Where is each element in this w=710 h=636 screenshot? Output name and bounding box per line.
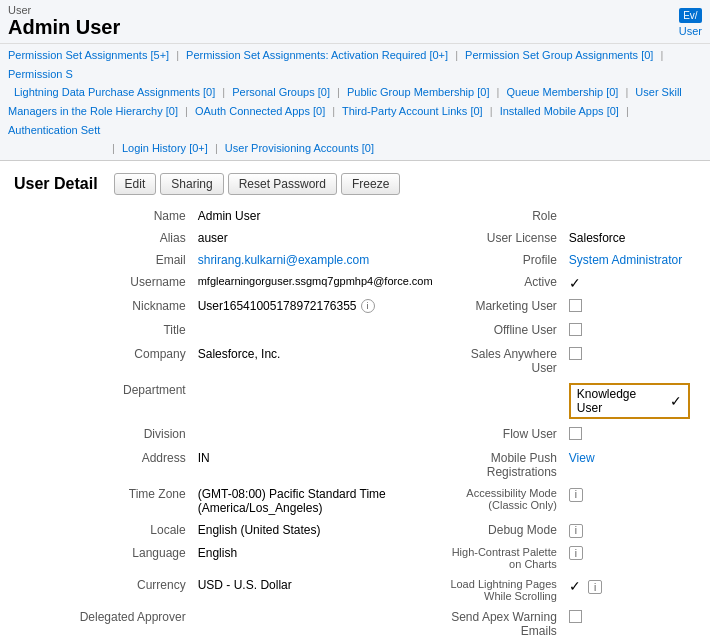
nav-psg-assignments[interactable]: Permission Set Group Assignments [0] — [465, 49, 653, 61]
nav-permission-set-assignments[interactable]: Permission Set Assignments [5+] — [8, 49, 169, 61]
knowledge-user-highlight: Knowledge User ✓ — [569, 383, 690, 419]
debug-info-icon[interactable]: i — [569, 524, 583, 538]
locale-label: Locale — [14, 519, 192, 542]
language-value: English — [192, 542, 439, 574]
nav-third-party[interactable]: Third-Party Account Links [0] — [342, 105, 483, 117]
language-label: Language — [14, 542, 192, 574]
table-row: Address IN Mobile Push Registrations Vie… — [14, 447, 696, 483]
alias-value: auser — [192, 227, 439, 249]
debug-value: i — [563, 519, 696, 542]
sales-anywhere-label: Sales Anywhere User — [439, 343, 563, 379]
knowledge-user-value: Knowledge User ✓ — [563, 379, 696, 423]
alias-label: Alias — [14, 227, 192, 249]
detail-table: Name Admin User Role Alias auser User Li… — [14, 205, 696, 636]
mobile-push-value: View — [563, 447, 696, 483]
title-label: Title — [14, 319, 192, 343]
send-apex-label: Send Apex Warning Emails — [439, 606, 563, 636]
company-value: Salesforce, Inc. — [192, 343, 439, 379]
role-value — [563, 205, 696, 227]
nav-permission-s[interactable]: Permission S — [8, 68, 73, 80]
freeze-button[interactable]: Freeze — [341, 173, 400, 195]
sharing-button[interactable]: Sharing — [160, 173, 223, 195]
user-license-value: Salesforce — [563, 227, 696, 249]
nav-login-history[interactable]: Login History [0+] — [122, 142, 208, 154]
username-value: mfglearningorguser.ssgmq7gpmhp4@force.co… — [192, 271, 439, 295]
marketing-user-value — [563, 295, 696, 319]
user-license-label: User License — [439, 227, 563, 249]
nav-psa-activation[interactable]: Permission Set Assignments: Activation R… — [186, 49, 448, 61]
active-value: ✓ — [563, 271, 696, 295]
section-title: User Detail — [14, 175, 98, 193]
email-label: Email — [14, 249, 192, 271]
marketing-user-checkbox — [569, 299, 582, 312]
main-content: User Detail Edit Sharing Reset Password … — [0, 161, 710, 636]
active-label: Active — [439, 271, 563, 295]
nav-user-skill[interactable]: User Skill — [635, 86, 681, 98]
title-value — [192, 319, 439, 343]
knowledge-user-text: Knowledge User — [577, 387, 664, 415]
offline-user-checkbox — [569, 323, 582, 336]
address-value: IN — [192, 447, 439, 483]
table-row: Alias auser User License Salesforce — [14, 227, 696, 249]
nav-auth-sett[interactable]: Authentication Sett — [8, 124, 100, 136]
nav-lightning-data[interactable]: Lightning Data Purchase Assignments [0] — [14, 86, 215, 98]
offline-user-label: Offline User — [439, 319, 563, 343]
email-value: shrirang.kulkarni@example.com — [192, 249, 439, 271]
nav-oauth[interactable]: OAuth Connected Apps [0] — [195, 105, 325, 117]
currency-value: USD - U.S. Dollar — [192, 574, 439, 606]
username-label: Username — [14, 271, 192, 295]
offline-user-value — [563, 319, 696, 343]
table-row: Company Salesforce, Inc. Sales Anywhere … — [14, 343, 696, 379]
profile-link[interactable]: System Administrator — [569, 253, 682, 267]
table-row: Nickname User16541005178972176355 i Mark… — [14, 295, 696, 319]
delegated-approver-value — [192, 606, 439, 636]
nav-public-group[interactable]: Public Group Membership [0] — [347, 86, 489, 98]
table-row: Time Zone (GMT-08:00) Pacific Standard T… — [14, 483, 696, 519]
user-nav-link[interactable]: Ev/ User — [679, 4, 702, 37]
email-link[interactable]: shrirang.kulkarni@example.com — [198, 253, 370, 267]
highcontrast-info-icon[interactable]: i — [569, 546, 583, 560]
load-lightning-info-icon[interactable]: i — [588, 580, 602, 594]
nav-installed-apps[interactable]: Installed Mobile Apps [0] — [500, 105, 619, 117]
user-link-label: User — [679, 25, 702, 37]
table-row: Username mfglearningorguser.ssgmq7gpmhp4… — [14, 271, 696, 295]
delegated-approver-label: Delegated Approver — [14, 606, 192, 636]
header-left: User Admin User — [8, 4, 120, 39]
user-icon: Ev/ — [679, 8, 701, 23]
name-value: Admin User — [192, 205, 439, 227]
nickname-info-icon[interactable]: i — [361, 299, 375, 313]
user-label: User — [8, 4, 120, 16]
nickname-info: User16541005178972176355 i — [198, 299, 375, 313]
marketing-user-label: Marketing User — [439, 295, 563, 319]
nav-managers-role[interactable]: Managers in the Role Hierarchy [0] — [8, 105, 178, 117]
sales-anywhere-checkbox — [569, 347, 582, 360]
reset-password-button[interactable]: Reset Password — [228, 173, 337, 195]
debug-label: Debug Mode — [439, 519, 563, 542]
department-label: Department — [14, 379, 192, 423]
table-row: Locale English (United States) Debug Mod… — [14, 519, 696, 542]
accessibility-info-icon[interactable]: i — [569, 488, 583, 502]
flow-user-checkbox — [569, 427, 582, 440]
accessibility-label: Accessibility Mode (Classic Only) — [439, 483, 563, 519]
profile-label: Profile — [439, 249, 563, 271]
nav-user-provisioning[interactable]: User Provisioning Accounts [0] — [225, 142, 374, 154]
mobile-push-link[interactable]: View — [569, 451, 595, 465]
company-label: Company — [14, 343, 192, 379]
nav-queue-membership[interactable]: Queue Membership [0] — [506, 86, 618, 98]
knowledge-user-label — [439, 379, 563, 423]
send-apex-checkbox — [569, 610, 582, 623]
table-row: Language English High-Contrast Palette o… — [14, 542, 696, 574]
name-label: Name — [14, 205, 192, 227]
address-label: Address — [14, 447, 192, 483]
department-value — [192, 379, 439, 423]
timezone-label: Time Zone — [14, 483, 192, 519]
edit-button[interactable]: Edit — [114, 173, 157, 195]
load-lightning-checkmark: ✓ — [569, 578, 581, 594]
currency-label: Currency — [14, 574, 192, 606]
nav-personal-groups[interactable]: Personal Groups [0] — [232, 86, 330, 98]
flow-user-label: Flow User — [439, 423, 563, 447]
section-header: User Detail Edit Sharing Reset Password … — [14, 173, 696, 195]
table-row: Name Admin User Role — [14, 205, 696, 227]
send-apex-value — [563, 606, 696, 636]
table-row: Division Flow User — [14, 423, 696, 447]
